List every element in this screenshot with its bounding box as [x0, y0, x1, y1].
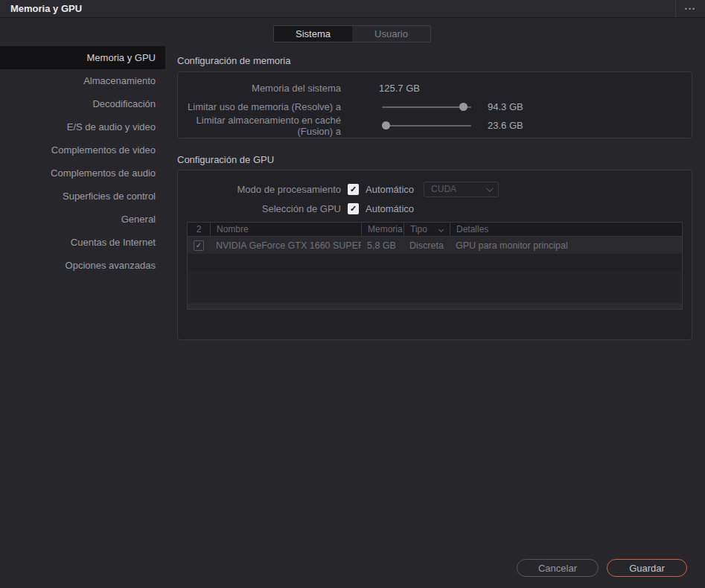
- tab-usuario[interactable]: Usuario: [352, 26, 430, 42]
- memory-settings-panel: Memoria del sistema 125.7 GB Limitar uso…: [177, 71, 692, 138]
- processing-mode-dropdown[interactable]: CUDA: [424, 182, 499, 197]
- gpu-row-checkbox-cell: ✓: [188, 240, 210, 251]
- memory-section-heading: Configuración de memoria: [177, 55, 290, 66]
- table-empty-row: [188, 254, 682, 270]
- slider-track[interactable]: [382, 106, 471, 108]
- gpu-settings-panel: Modo de procesamiento ✓ Automático CUDA …: [177, 170, 692, 340]
- processing-mode-auto-label: Automático: [366, 184, 414, 195]
- gpu-selection-label: Selección de GPU: [178, 203, 341, 214]
- resolve-memory-limit-row: Limitar uso de memoria (Resolve) a 94.3 …: [178, 98, 692, 116]
- fusion-cache-limit-slider[interactable]: [382, 116, 471, 135]
- gpu-memory-cell: 5,8 GB: [361, 240, 403, 251]
- processing-mode-row: Modo de procesamiento ✓ Automático CUDA: [178, 179, 692, 199]
- more-options-icon[interactable]: •••: [675, 0, 705, 17]
- gpu-count-header: 2: [188, 223, 210, 236]
- type-column-header[interactable]: Tipo: [403, 223, 450, 236]
- sidebar-item-decodificacion[interactable]: Decodificación: [0, 92, 165, 115]
- slider-handle[interactable]: [382, 121, 390, 130]
- gpu-selection-row: Selección de GPU ✓ Automático: [178, 199, 692, 218]
- resolve-memory-limit-value: 94.3 GB: [488, 101, 523, 112]
- processing-mode-auto-checkbox[interactable]: ✓: [348, 184, 359, 195]
- sidebar-item-superficies-control[interactable]: Superficies de control: [0, 185, 165, 208]
- scope-tab-control: Sistema Usuario: [273, 25, 431, 42]
- gpu-selection-auto-label: Automático: [366, 203, 414, 214]
- cancel-button[interactable]: Cancelar: [517, 559, 599, 577]
- sidebar-item-complementos-audio[interactable]: Complementos de audio: [0, 162, 165, 185]
- name-column-header: Nombre: [210, 223, 361, 236]
- processing-mode-label: Modo de procesamiento: [178, 184, 341, 195]
- preferences-window: Memoria y GPU ••• Sistema Usuario Memori…: [0, 0, 705, 588]
- gpu-type-cell: Discreta: [403, 240, 450, 251]
- gpu-enabled-checkbox[interactable]: ✓: [194, 240, 204, 251]
- save-button[interactable]: Guardar: [607, 559, 687, 577]
- sidebar-item-opciones-avanzadas[interactable]: Opciones avanzadas: [0, 254, 165, 277]
- title-bar: Memoria y GPU •••: [0, 0, 705, 18]
- gpu-selection-auto-checkbox[interactable]: ✓: [348, 203, 359, 214]
- chevron-down-icon: [486, 185, 494, 192]
- preferences-sidebar: Memoria y GPU Almacenamiento Decodificac…: [0, 46, 165, 277]
- gpu-section-heading: Configuración de GPU: [177, 154, 274, 165]
- system-memory-label: Memoria del sistema: [178, 83, 341, 94]
- table-empty-row: [188, 287, 682, 303]
- sidebar-item-memoria-y-gpu[interactable]: Memoria y GPU: [0, 46, 165, 69]
- fusion-cache-limit-value: 23.6 GB: [488, 120, 523, 131]
- memory-column-header: Memoria: [361, 223, 403, 236]
- chevron-down-icon: [438, 226, 444, 231]
- resolve-memory-limit-slider[interactable]: [382, 98, 471, 116]
- window-title: Memoria y GPU: [10, 3, 82, 14]
- slider-handle[interactable]: [459, 103, 468, 111]
- processing-mode-dropdown-value: CUDA: [431, 184, 456, 194]
- gpu-details-cell: GPU para monitor principal: [450, 240, 682, 251]
- sidebar-item-complementos-video[interactable]: Complementos de video: [0, 138, 165, 162]
- tab-sistema[interactable]: Sistema: [274, 26, 352, 42]
- fusion-cache-limit-row: Limitar almacenamiento en caché (Fusion)…: [178, 116, 692, 135]
- sidebar-item-es-audio-video[interactable]: E/S de audio y video: [0, 115, 165, 138]
- system-memory-row: Memoria del sistema 125.7 GB: [178, 79, 692, 98]
- system-memory-value: 125.7 GB: [379, 83, 420, 94]
- sidebar-item-almacenamiento[interactable]: Almacenamiento: [0, 69, 165, 92]
- sidebar-item-general[interactable]: General: [0, 208, 165, 231]
- sidebar-item-cuentas-internet[interactable]: Cuentas de Internet: [0, 231, 165, 254]
- table-empty-row: [188, 303, 682, 310]
- gpu-table-row[interactable]: ✓ NVIDIA GeForce GTX 1660 SUPER 5,8 GB D…: [188, 237, 682, 254]
- details-column-header: Detalles: [450, 223, 682, 236]
- resolve-memory-limit-label: Limitar uso de memoria (Resolve) a: [178, 101, 341, 112]
- gpu-table-header: 2 Nombre Memoria Tipo Detalles: [188, 223, 682, 237]
- gpu-table: 2 Nombre Memoria Tipo Detalles ✓ NVIDIA …: [187, 222, 683, 310]
- slider-track[interactable]: [382, 125, 471, 127]
- type-column-header-label: Tipo: [410, 224, 427, 234]
- gpu-name-cell: NVIDIA GeForce GTX 1660 SUPER: [210, 240, 361, 251]
- fusion-cache-limit-label: Limitar almacenamiento en caché (Fusion)…: [178, 115, 341, 137]
- table-empty-row: [188, 270, 682, 287]
